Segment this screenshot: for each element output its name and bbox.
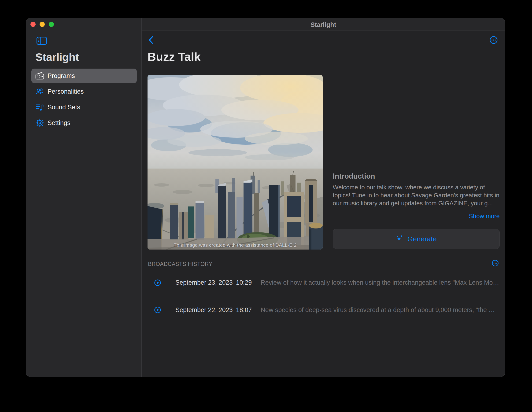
sidebar: Starlight Programs [26,18,142,377]
radio-icon [35,71,45,81]
play-icon[interactable] [154,279,161,286]
broadcast-date: September 22, 2023 [175,306,233,314]
sidebar-item-label: Settings [48,119,70,127]
broadcast-date: September 23, 2023 [175,279,233,286]
more-options-icon[interactable] [489,36,498,45]
introduction-body: Welcome to our talk show, where we discu… [333,183,500,207]
broadcasts-history-header: BROADCASTS HISTORY [148,261,212,267]
window-controls [30,22,54,27]
broadcast-summary: New species of deep-sea virus discovered… [261,306,499,314]
zoom-window-button[interactable] [49,22,54,27]
sidebar-toggle-icon[interactable] [36,37,47,45]
sidebar-item-label: Sound Sets [48,104,80,111]
minimize-window-button[interactable] [39,22,45,27]
sidebar-item-personalities[interactable]: Personalities [31,84,137,99]
sidebar-item-label: Personalities [48,88,84,95]
people-icon [35,87,45,96]
generate-button-label: Generate [408,235,437,243]
gear-icon [35,118,45,128]
sidebar-item-settings[interactable]: Settings [31,116,137,130]
broadcast-row[interactable]: September 22, 2023 18:07 New species of … [148,296,499,324]
generate-button[interactable]: Generate [333,229,500,249]
main-content: Starlight Buzz Talk [142,18,505,377]
sparkles-icon [396,234,404,244]
back-button[interactable] [147,35,155,45]
page-title: Buzz Talk [148,51,201,63]
introduction-heading: Introduction [333,172,500,180]
broadcast-row[interactable]: September 23, 2023 10:29 Review of how i… [148,269,499,296]
play-icon[interactable] [154,306,161,313]
close-window-button[interactable] [30,22,36,27]
broadcast-row-content: September 22, 2023 18:07 New species of … [175,296,499,324]
broadcasts-more-options-icon[interactable] [492,259,499,267]
music-note-list-icon [35,103,45,112]
sidebar-item-label: Programs [48,72,75,80]
sidebar-item-programs[interactable]: Programs [31,69,137,83]
city-aerial-illustration [148,75,323,250]
sidebar-item-sound-sets[interactable]: Sound Sets [31,100,137,114]
broadcast-summary: Review of how it actually looks when usi… [261,279,499,286]
app-title: Starlight [35,51,79,64]
broadcast-time: 18:07 [236,306,252,314]
window-title: Starlight [142,21,505,28]
broadcasts-list: September 23, 2023 10:29 Review of how i… [148,269,499,324]
show-more-link[interactable]: Show more [333,213,500,220]
artwork-caption: This image was created with the assistan… [148,242,323,248]
app-window: Starlight Programs [26,18,505,377]
broadcast-time: 10:29 [236,279,252,286]
program-artwork: This image was created with the assistan… [148,75,323,250]
sidebar-nav: Programs Personalities [31,69,137,131]
broadcast-row-content: September 23, 2023 10:29 Review of how i… [175,269,499,296]
